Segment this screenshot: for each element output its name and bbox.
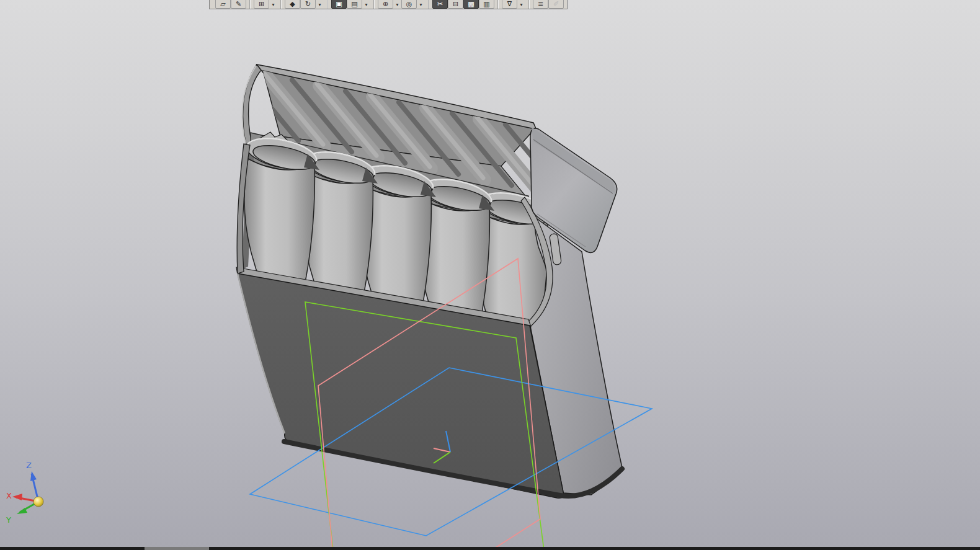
origin-ball: [33, 497, 43, 507]
corner-axis-triad[interactable]: X Y Z: [6, 461, 43, 525]
rotate-view-dropdown[interactable]: ▾: [316, 0, 324, 9]
document-properties-button[interactable]: ▥: [479, 0, 494, 9]
filter-button[interactable]: ∇: [502, 0, 517, 9]
edit-tool-button[interactable]: ✐: [548, 0, 564, 9]
y-axis-label: Y: [6, 515, 11, 525]
model-canvas[interactable]: X Y Z: [0, 0, 980, 550]
sketch-edit-button[interactable]: ✎: [231, 0, 246, 9]
view-toolbar: ▱✎⊞▾◆↻▾▣▤▾⊕▾◎▾✂⊟▩▥∇▾≡✐: [209, 0, 568, 9]
z-axis-label: Z: [26, 461, 32, 470]
toolbar-separator: [327, 0, 328, 9]
zoom-selection-button[interactable]: ◎: [401, 0, 417, 9]
pan-view-button[interactable]: ◆: [285, 0, 300, 9]
toolbar-separator: [280, 0, 282, 9]
layers-button[interactable]: ⊟: [448, 0, 463, 9]
zoom-window-dropdown[interactable]: ▾: [269, 0, 277, 9]
toolbar-separator: [373, 0, 375, 9]
zoom-selection-dropdown[interactable]: ▾: [417, 0, 425, 9]
3d-viewport[interactable]: X Y Z: [0, 0, 980, 550]
x-axis-label: X: [6, 491, 12, 500]
bottom-taskbar-strip: [0, 547, 980, 550]
rotate-view-button[interactable]: ↻: [300, 0, 316, 9]
component-mode-button[interactable]: ▩: [463, 0, 479, 9]
parameters-list-button[interactable]: ≡: [533, 0, 548, 9]
toolbar-separator: [528, 0, 530, 9]
hide-objects-button[interactable]: ✂: [432, 0, 448, 9]
filter-dropdown[interactable]: ▾: [517, 0, 525, 9]
sketch-button[interactable]: ▱: [215, 0, 231, 9]
cad-application-screen: X Y Z ▱✎⊞▾◆↻▾▣▤▾⊕▾◎▾✂⊟▩▥∇▾≡✐: [0, 0, 980, 550]
toolbar-separator: [428, 0, 429, 9]
zoom-window-button[interactable]: ⊞: [254, 0, 269, 9]
x-axis-arrow: [12, 494, 22, 500]
toolbar-separator: [497, 0, 499, 9]
z-axis-arrow: [30, 471, 37, 481]
view-orientation-button[interactable]: ▣: [331, 0, 347, 9]
taskbar-segment: [145, 547, 209, 550]
lid-left-edge[interactable]: [243, 64, 262, 144]
display-mode-button[interactable]: ▤: [347, 0, 362, 9]
zoom-in-out-dropdown[interactable]: ▾: [393, 0, 401, 9]
toolbar-separator: [249, 0, 251, 9]
display-mode-dropdown[interactable]: ▾: [362, 0, 370, 9]
zoom-in-out-button[interactable]: ⊕: [378, 0, 393, 9]
